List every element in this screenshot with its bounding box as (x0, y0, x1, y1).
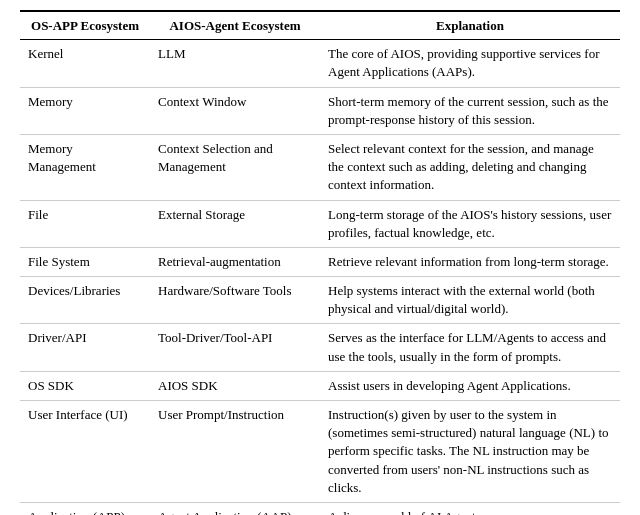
cell-row8-col2: Instruction(s) given by user to the syst… (320, 401, 620, 503)
cell-row2-col2: Select relevant context for the session,… (320, 134, 620, 200)
header-explanation: Explanation (320, 11, 620, 40)
cell-row5-col2: Help systems interact with the external … (320, 277, 620, 324)
cell-row0-col1: LLM (150, 40, 320, 87)
cell-row0-col0: Kernel (20, 40, 150, 87)
table-row: File SystemRetrieval-augmentationRetriev… (20, 247, 620, 276)
table-row: Memory ManagementContext Selection and M… (20, 134, 620, 200)
cell-row3-col1: External Storage (150, 200, 320, 247)
cell-row5-col1: Hardware/Software Tools (150, 277, 320, 324)
cell-row2-col1: Context Selection and Management (150, 134, 320, 200)
table-row: Driver/APITool-Driver/Tool-APIServes as … (20, 324, 620, 371)
table-row: MemoryContext WindowShort-term memory of… (20, 87, 620, 134)
cell-row6-col2: Serves as the interface for LLM/Agents t… (320, 324, 620, 371)
table-row: User Interface (UI)User Prompt/Instructi… (20, 401, 620, 503)
table-row: OS SDKAIOS SDKAssist users in developing… (20, 371, 620, 400)
cell-row1-col2: Short-term memory of the current session… (320, 87, 620, 134)
comparison-table: OS-APP Ecosystem AIOS-Agent Ecosystem Ex… (20, 10, 620, 515)
cell-row0-col2: The core of AIOS, providing supportive s… (320, 40, 620, 87)
cell-row8-col0: User Interface (UI) (20, 401, 150, 503)
cell-row4-col0: File System (20, 247, 150, 276)
cell-row9-col2: A diverse world of AI Agents. (320, 502, 620, 515)
cell-row1-col1: Context Window (150, 87, 320, 134)
cell-row6-col1: Tool-Driver/Tool-API (150, 324, 320, 371)
cell-row5-col0: Devices/Libraries (20, 277, 150, 324)
cell-row6-col0: Driver/API (20, 324, 150, 371)
cell-row7-col2: Assist users in developing Agent Applica… (320, 371, 620, 400)
table-row: Application (APP)Agent Application (AAP)… (20, 502, 620, 515)
cell-row7-col1: AIOS SDK (150, 371, 320, 400)
cell-row4-col2: Retrieve relevant information from long-… (320, 247, 620, 276)
table-row: KernelLLMThe core of AIOS, providing sup… (20, 40, 620, 87)
table-row: FileExternal StorageLong-term storage of… (20, 200, 620, 247)
cell-row3-col0: File (20, 200, 150, 247)
cell-row9-col1: Agent Application (AAP) (150, 502, 320, 515)
cell-row9-col0: Application (APP) (20, 502, 150, 515)
cell-row2-col0: Memory Management (20, 134, 150, 200)
cell-row7-col0: OS SDK (20, 371, 150, 400)
cell-row8-col1: User Prompt/Instruction (150, 401, 320, 503)
cell-row3-col2: Long-term storage of the AIOS's history … (320, 200, 620, 247)
cell-row1-col0: Memory (20, 87, 150, 134)
header-aios-agent: AIOS-Agent Ecosystem (150, 11, 320, 40)
table-row: Devices/LibrariesHardware/Software Tools… (20, 277, 620, 324)
header-os-app: OS-APP Ecosystem (20, 11, 150, 40)
cell-row4-col1: Retrieval-augmentation (150, 247, 320, 276)
